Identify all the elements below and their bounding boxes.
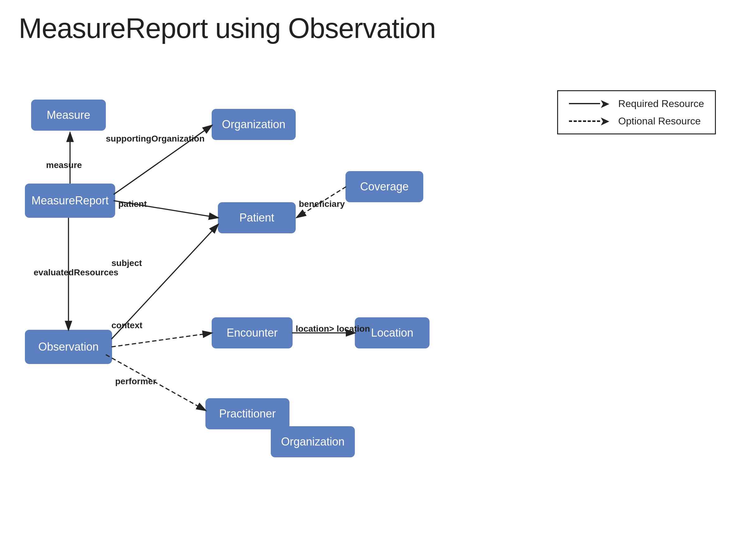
arrows-overlay xyxy=(0,0,747,560)
node-coverage: Coverage xyxy=(345,171,423,202)
label-context: context xyxy=(111,320,143,330)
label-location: location> location xyxy=(296,324,370,334)
label-evaluated: evaluatedResources xyxy=(34,268,118,277)
legend: ➤ Required Resource ➤ Optional Resource xyxy=(557,90,716,134)
label-supporting-org: supportingOrganization xyxy=(106,134,205,144)
node-encounter: Encounter xyxy=(212,317,292,348)
node-patient: Patient xyxy=(218,202,296,233)
page-title: MeasureReport using Observation xyxy=(19,12,436,45)
label-subject: subject xyxy=(111,258,142,268)
svg-line-8 xyxy=(111,333,212,347)
required-label: Required Resource xyxy=(618,98,704,109)
node-organization2: Organization xyxy=(271,426,355,457)
node-measurereport: MeasureReport xyxy=(25,184,115,218)
optional-label: Optional Resource xyxy=(618,115,701,127)
legend-required: ➤ Required Resource xyxy=(569,97,704,110)
label-measure: measure xyxy=(46,160,82,170)
label-performer: performer xyxy=(115,376,156,386)
node-organization1: Organization xyxy=(212,109,296,140)
label-patient: patient xyxy=(118,199,147,209)
node-measure: Measure xyxy=(31,100,106,131)
label-beneficiary: beneficiary xyxy=(299,199,345,209)
node-practitioner: Practitioner xyxy=(205,398,289,429)
legend-optional: ➤ Optional Resource xyxy=(569,115,704,127)
node-observation: Observation xyxy=(25,330,112,364)
